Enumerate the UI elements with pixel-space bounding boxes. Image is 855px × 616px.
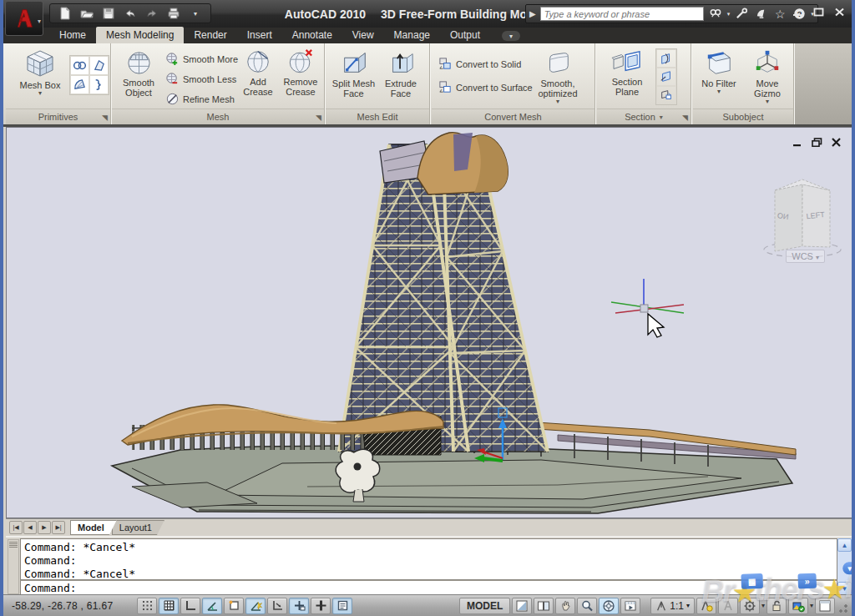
command-history[interactable]: Command: *Cancel* Command: Command: *Can… [20,538,837,580]
annotation-autoscale-button[interactable] [718,598,738,614]
tab-model[interactable]: Model [70,520,117,535]
viewcube[interactable]: NO LEFT [764,179,841,257]
application-status-menu-button[interactable] [788,598,808,614]
infocenter-expand-icon[interactable]: ▶ [529,9,536,18]
viewport-close-button[interactable] [831,138,842,149]
remove-crease-button[interactable]: Remove Crease [279,48,322,97]
viewport-restore-button[interactable] [812,138,822,149]
scroll-down-button[interactable]: ▼ [837,582,852,595]
steering-wheel-button[interactable] [599,598,619,614]
split-mesh-face-button[interactable]: Split Mesh Face [331,48,377,98]
tab-home[interactable]: Home [49,27,96,43]
redo-button[interactable] [144,6,160,21]
toolbar-lock-button[interactable] [766,598,787,614]
tab-annotate[interactable]: Annotate [282,27,342,43]
panel-label-convert-mesh[interactable]: Convert Mesh [432,109,594,124]
panel-launcher-icon[interactable]: ◥ [102,114,108,122]
tab-output[interactable]: Output [440,27,490,43]
show-motion-button[interactable] [620,598,640,614]
panel-label-subobject[interactable]: Subobject [693,109,793,124]
minimize-button[interactable] [791,6,805,18]
viewport-minimize-button[interactable] [792,138,803,149]
save-button[interactable] [100,6,117,21]
mesh-pyramid-button[interactable] [89,56,109,75]
edge-surface-button[interactable] [89,75,109,94]
open-button[interactable] [78,6,95,21]
otrack-toggle[interactable] [245,598,266,614]
search-input[interactable] [540,7,704,21]
wcs-dropdown[interactable]: WCS ▾ [786,250,825,263]
close-button[interactable] [832,6,847,18]
workspace-switching-button[interactable] [740,598,760,614]
chevron-down-icon[interactable]: ▾ [727,11,731,18]
panel-label-section[interactable]: Section ▾ ◥ [597,109,691,124]
add-jog-button[interactable] [656,68,676,86]
prev-layout-button[interactable]: ◀ [23,521,37,534]
grid-toggle[interactable] [159,598,179,614]
command-window-grip[interactable] [8,539,19,594]
tab-view[interactable]: View [342,27,384,43]
maximize-button[interactable] [812,6,826,18]
mesh-torus-button[interactable] [70,56,89,75]
chevron-down-icon[interactable]: ▾ [810,602,813,609]
panel-label-mesh[interactable]: Mesh ◥ [112,109,324,124]
annotation-scale-button[interactable]: 1:1 ▾ [650,598,695,614]
refine-mesh-button[interactable]: Refine Mesh [165,92,235,106]
smooth-object-button[interactable]: Smooth Object [117,48,160,98]
next-layout-button[interactable]: ▶ [38,521,51,534]
generate-section-button[interactable] [656,86,676,104]
no-filter-button[interactable]: No Filter ▾ [697,48,741,95]
subscription-center-icon[interactable] [753,8,768,21]
quick-view-drawings-button[interactable] [534,598,554,614]
coordinate-display[interactable]: -58.29, -26.78 , 61.67 [12,600,137,612]
chevron-down-icon[interactable]: ▾ [761,602,765,609]
panel-label-mesh-edit[interactable]: Mesh Edit [326,109,429,124]
convert-to-surface-button[interactable]: Convert to Surface [438,80,533,94]
zoom-button[interactable] [577,598,597,614]
smooth-optimized-button[interactable]: Smooth, optimized ▾ [522,48,594,105]
scroll-up-button[interactable]: ▲ [837,538,852,552]
command-input[interactable]: Command: [20,580,837,595]
osnap-toggle[interactable] [224,598,244,614]
ortho-toggle[interactable] [180,598,200,614]
tab-render[interactable]: Render [184,27,236,43]
drawing-viewport[interactable]: NO LEFT WCS ▾ [6,127,852,518]
snap-toggle[interactable] [137,598,157,614]
undo-button[interactable] [122,6,139,21]
chevron-down-icon[interactable]: ▾ [660,114,663,121]
tab-mesh-modeling[interactable]: Mesh Modeling [96,27,184,43]
clean-screen-button[interactable] [815,598,835,614]
tab-layout1[interactable]: Layout1 [112,520,164,535]
model-space-button[interactable]: MODEL [459,598,510,614]
plot-button[interactable] [165,6,182,21]
section-plane-button[interactable]: Section Plane [604,48,650,97]
statusbar-resize-grip[interactable] [837,598,848,613]
command-scrollbar[interactable]: ▲ ▼ [837,538,852,595]
ducs-toggle[interactable] [267,598,287,614]
polar-toggle[interactable] [202,598,222,614]
smooth-more-button[interactable]: Smooth More [165,52,238,66]
convert-to-solid-button[interactable]: Convert to Solid [438,57,521,71]
communication-center-icon[interactable] [734,8,749,21]
pan-button[interactable] [555,598,575,614]
quick-view-layouts-button[interactable] [512,598,532,614]
ribbon-minimize-button[interactable]: ▾ [502,31,520,41]
favorites-star-icon[interactable]: ☆ [772,8,787,21]
add-crease-button[interactable]: Add Crease [239,48,277,97]
smooth-less-button[interactable]: Smooth Less [165,72,236,86]
mesh-wedge-button[interactable] [70,75,89,94]
last-layout-button[interactable]: ▶| [52,521,65,534]
dyn-toggle[interactable] [289,598,309,614]
live-section-button[interactable] [656,49,676,68]
first-layout-button[interactable]: |◀ [9,521,23,534]
qat-dropdown-button[interactable]: ▾ [187,6,204,21]
new-drawing-button[interactable] [57,6,73,21]
lwt-toggle[interactable] [311,598,331,614]
panel-launcher-icon[interactable]: ◥ [682,114,688,122]
move-gizmo-button[interactable]: Move Gizmo ▾ [743,48,792,105]
quick-properties-toggle[interactable] [332,598,352,614]
extrude-face-button[interactable]: Extrude Face [379,48,422,98]
tab-manage[interactable]: Manage [384,27,440,43]
search-icon[interactable] [708,8,723,21]
annotation-visibility-button[interactable] [696,598,716,614]
